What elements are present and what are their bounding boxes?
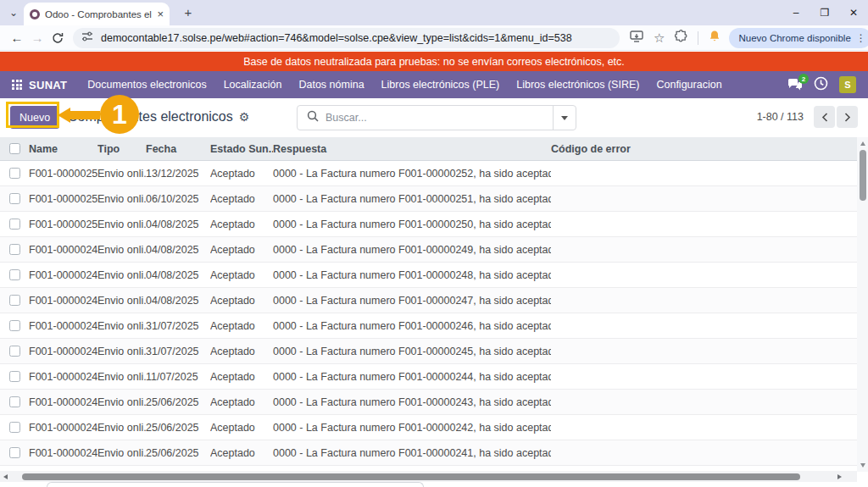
table-row[interactable]: F001-00000243 Envio onli... 25/06/2025 A… — [0, 390, 857, 415]
column-header-respuesta[interactable]: Respuesta — [273, 143, 551, 155]
row-checkbox[interactable] — [9, 371, 20, 382]
horizontal-scrollbar-thumb[interactable] — [22, 473, 800, 480]
scroll-down-icon[interactable] — [860, 463, 865, 468]
table-row[interactable]: F001-00000249 Envio onli... 04/08/2025 A… — [0, 237, 857, 263]
scroll-up-icon[interactable] — [860, 141, 865, 146]
browser-tab[interactable]: Odoo - Comprobantes electron × — [24, 3, 170, 25]
extensions-icon[interactable] — [675, 30, 687, 46]
menu-localizacion[interactable]: Localización — [215, 79, 291, 91]
menu-configuracion[interactable]: Configuracion — [648, 79, 730, 91]
pager: 1-80 / 113 — [757, 106, 858, 128]
cell-name: F001-00000246 — [29, 320, 97, 332]
row-checkbox[interactable] — [9, 396, 20, 407]
cell-tipo: Envio onli... — [97, 295, 146, 307]
back-icon[interactable]: ← — [7, 28, 27, 48]
scroll-right-icon[interactable] — [837, 474, 842, 479]
apps-grid-icon[interactable] — [12, 80, 22, 90]
notification-bell-icon[interactable] — [709, 30, 721, 46]
select-all-checkbox[interactable] — [9, 143, 20, 154]
row-checkbox[interactable] — [9, 346, 20, 357]
bottom-partial-popup — [47, 482, 424, 487]
activities-clock-icon[interactable] — [814, 76, 828, 94]
table-row[interactable]: F001-00000241 Envio onli... 25/06/2025 A… — [0, 440, 857, 466]
row-checkbox[interactable] — [9, 422, 20, 433]
table-row[interactable]: F001-00000247 Envio onli... 04/08/2025 A… — [0, 288, 857, 313]
cell-name: F001-00000252 — [29, 168, 97, 180]
app-brand[interactable]: SUNAT — [29, 79, 67, 91]
url-text[interactable]: democontable17.solse.pe/web#action=746&m… — [101, 32, 572, 44]
row-checkbox[interactable] — [9, 320, 20, 331]
cell-fecha: 25/06/2025 — [146, 422, 210, 434]
cell-fecha: 13/12/2025 — [146, 168, 210, 180]
menu-libros-ple[interactable]: Libros electrónicos (PLE) — [373, 79, 509, 91]
column-header-name[interactable]: Name — [29, 143, 97, 155]
tab-close-icon[interactable]: × — [157, 8, 164, 19]
gear-icon[interactable]: ⚙ — [239, 110, 250, 124]
search-input[interactable]: Buscar... — [297, 105, 576, 130]
cell-tipo: Envio onli... — [97, 269, 146, 281]
row-checkbox[interactable] — [9, 269, 20, 280]
site-settings-icon[interactable] — [81, 30, 93, 46]
address-bar[interactable]: democontable17.solse.pe/web#action=746&m… — [73, 28, 620, 48]
column-header-estado[interactable]: Estado Sun... — [210, 143, 273, 155]
user-avatar[interactable]: S — [839, 76, 856, 93]
tab-search-icon[interactable]: ⌄ — [5, 5, 22, 22]
close-button[interactable]: ✕ — [839, 0, 868, 25]
search-icon — [307, 110, 319, 125]
cell-name: F001-00000251 — [29, 193, 97, 205]
table-row[interactable]: F001-00000251 Envio onli... 06/10/2025 A… — [0, 186, 857, 212]
row-checkbox[interactable] — [9, 447, 20, 458]
install-app-icon[interactable] — [630, 30, 643, 46]
cell-respuesta: 0000 - La Factura numero F001-00000249, … — [273, 244, 551, 256]
cell-name: F001-00000250 — [29, 219, 97, 230]
table-row[interactable]: F001-00000250 Envio onli... 04/08/2025 A… — [0, 212, 857, 237]
vertical-scrollbar[interactable] — [857, 137, 868, 472]
menu-libros-sire[interactable]: Libros electrónicos (SIRE) — [508, 79, 648, 91]
window-controls: – ❐ ✕ — [782, 0, 868, 25]
table-row[interactable]: F001-00000244 Envio onli... 11/07/2025 A… — [0, 364, 857, 390]
cell-respuesta: 0000 - La Factura numero F001-00000247, … — [273, 295, 551, 307]
table-row[interactable]: F001-00000246 Envio onli... 31/07/2025 A… — [0, 313, 857, 339]
table-row[interactable]: F001-00000248 Envio onli... 04/08/2025 A… — [0, 263, 857, 288]
chrome-update-button[interactable]: Nuevo Chrome disponible ⋮ — [729, 28, 868, 48]
cell-fecha: 04/08/2025 — [146, 219, 210, 230]
menu-documentos-electronicos[interactable]: Documentos electronicos — [79, 79, 214, 91]
pager-previous-button[interactable] — [814, 106, 835, 128]
scroll-left-icon[interactable] — [3, 474, 8, 479]
cell-estado: Aceptado — [210, 396, 273, 408]
nuevo-button[interactable]: Nuevo — [10, 106, 59, 129]
cell-fecha: 25/06/2025 — [146, 396, 210, 408]
table-row[interactable]: F001-00000242 Envio onli... 25/06/2025 A… — [0, 415, 857, 440]
vertical-scrollbar-thumb[interactable] — [860, 150, 866, 201]
cell-estado: Aceptado — [210, 422, 273, 434]
cell-respuesta: 0000 - La Factura numero F001-00000248, … — [273, 269, 551, 281]
refresh-icon[interactable] — [47, 28, 68, 48]
table-row[interactable]: F001-00000252 Envio onli... 13/12/2025 A… — [0, 161, 857, 186]
menu-datos-nomina[interactable]: Datos nómina — [290, 79, 372, 91]
column-header-tipo[interactable]: Tipo — [97, 143, 146, 155]
minimize-button[interactable]: – — [782, 0, 810, 25]
cell-estado: Aceptado — [210, 193, 273, 205]
row-checkbox[interactable] — [9, 168, 20, 179]
cell-respuesta: 0000 - La Factura numero F001-00000241, … — [273, 447, 551, 459]
cell-name: F001-00000244 — [29, 371, 97, 383]
column-header-fecha[interactable]: Fecha — [146, 143, 210, 155]
pager-next-button[interactable] — [837, 106, 858, 128]
bookmark-star-icon[interactable]: ☆ — [654, 30, 665, 46]
row-checkbox[interactable] — [9, 244, 20, 255]
cell-fecha: 04/08/2025 — [146, 295, 210, 307]
cell-tipo: Envio onli... — [97, 320, 146, 332]
cell-respuesta: 0000 - La Factura numero F001-00000246, … — [273, 320, 551, 332]
chrome-menu-icon[interactable]: ⋮ — [856, 33, 866, 43]
restore-button[interactable]: ❐ — [810, 0, 839, 25]
row-checkbox[interactable] — [9, 193, 20, 204]
messages-icon[interactable]: 2 — [787, 78, 803, 91]
forward-icon[interactable]: → — [27, 28, 47, 48]
row-checkbox[interactable] — [9, 219, 20, 230]
new-tab-button[interactable]: + — [180, 4, 197, 21]
row-checkbox[interactable] — [9, 295, 20, 306]
search-dropdown-toggle[interactable] — [553, 106, 576, 130]
horizontal-scrollbar[interactable] — [0, 471, 857, 482]
column-header-codigo[interactable]: Código de error — [551, 143, 857, 155]
table-row[interactable]: F001-00000245 Envio onli... 31/07/2025 A… — [0, 339, 857, 364]
